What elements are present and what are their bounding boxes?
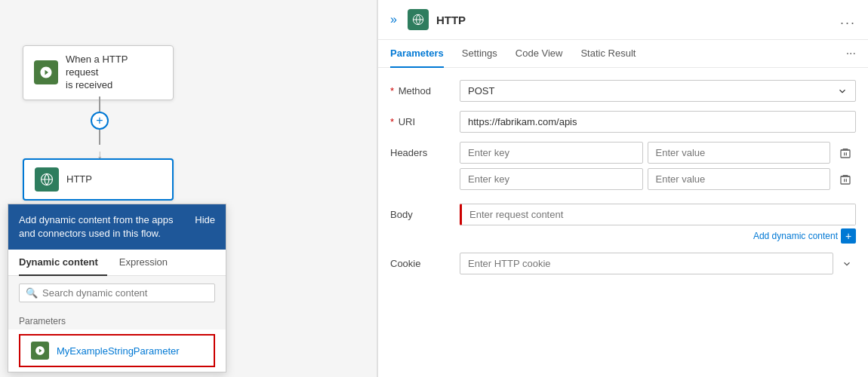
headers-row-label: Headers [390,142,856,195]
popup-item-string-param[interactable]: MyExampleStringParameter [19,334,215,367]
http-node[interactable]: HTTP [23,158,174,201]
tab-settings[interactable]: Settings [462,40,497,68]
popup-hide-button[interactable]: Hide [195,213,215,227]
header-key-2[interactable] [460,168,643,190]
popup-header: Add dynamic content from the apps and co… [8,204,226,250]
trigger-node[interactable]: When a HTTP request is received [23,45,174,100]
add-dynamic-link[interactable]: Add dynamic content [753,231,838,241]
headers-row-1 [460,142,856,164]
connector-line-top [99,97,100,112]
uri-required: * [390,116,394,127]
body-control: Add dynamic content + [460,204,856,244]
search-input[interactable] [42,287,208,299]
uri-control [460,111,856,133]
header-val-1[interactable] [648,142,831,164]
method-required: * [390,85,394,97]
add-dynamic-row: Add dynamic content + [460,228,856,244]
panel-header-left: » HTTP [390,9,466,30]
panel-form: * Method POST * URI [378,68,868,377]
method-select[interactable]: POST [460,80,856,102]
header-val-2[interactable] [648,168,831,190]
item-icon [31,342,49,360]
panel-node-icon [408,9,429,30]
popup-tab-dynamic[interactable]: Dynamic content [19,250,107,276]
http-node-icon [35,167,59,192]
expand-icon[interactable]: » [390,13,397,26]
body-input[interactable] [460,204,856,225]
dynamic-content-popup: Add dynamic content from the apps and co… [8,204,226,372]
item-label: MyExampleStringParameter [57,345,180,357]
popup-search-area: 🔍 [8,276,226,310]
trigger-node-text: When a HTTP request is received [66,54,162,92]
headers-control [460,142,856,195]
cookie-label: Cookie [390,253,451,269]
search-box: 🔍 [19,284,215,302]
connector-1: + [91,97,109,145]
method-control: POST [460,80,856,102]
connector-line-bottom [99,130,100,145]
tab-more-button[interactable]: ··· [846,47,856,60]
right-panel: » HTTP ... Parameters Settings Code View… [377,0,868,377]
panel-title: HTTP [436,14,466,26]
delete-header-1[interactable] [835,143,856,164]
panel-more-button[interactable]: ... [840,12,856,28]
body-field-wrapper [460,204,856,225]
popup-header-text: Add dynamic content from the apps and co… [19,213,187,241]
cookie-chevron[interactable] [838,255,856,273]
panel-tabs: Parameters Settings Code View Static Res… [378,40,868,68]
body-label: Body [390,204,451,220]
cookie-field [460,253,856,274]
headers-label: Headers [390,142,451,158]
headers-row-2 [460,168,856,190]
delete-header-2[interactable] [835,169,856,190]
cookie-input[interactable] [460,253,833,274]
uri-input[interactable] [460,111,856,133]
popup-section-label: Parameters [8,310,226,329]
trigger-node-icon [34,60,58,84]
tab-code-view[interactable]: Code View [516,40,563,68]
canvas-area: When a HTTP request is received + ↓ HTTP… [0,0,377,377]
tab-parameters[interactable]: Parameters [390,40,444,68]
svg-rect-6 [841,176,850,184]
http-node-text: HTTP [66,173,92,186]
panel-header: » HTTP ... [378,0,868,40]
method-label: * Method [390,80,451,97]
header-key-1[interactable] [460,142,643,164]
uri-row: * URI [390,111,856,133]
search-icon: 🔍 [26,287,38,299]
body-row: Body Add dynamic content + [390,204,856,244]
cookie-row: Cookie [390,253,856,274]
add-step-button-1[interactable]: + [91,112,109,130]
popup-tab-expression[interactable]: Expression [119,250,177,276]
method-row: * Method POST [390,80,856,102]
uri-label: * URI [390,111,451,127]
tab-static-result[interactable]: Static Result [580,40,636,68]
add-dynamic-btn[interactable]: + [841,228,856,244]
cookie-control [460,253,856,274]
svg-rect-2 [841,150,850,158]
popup-tabs: Dynamic content Expression [8,250,226,276]
